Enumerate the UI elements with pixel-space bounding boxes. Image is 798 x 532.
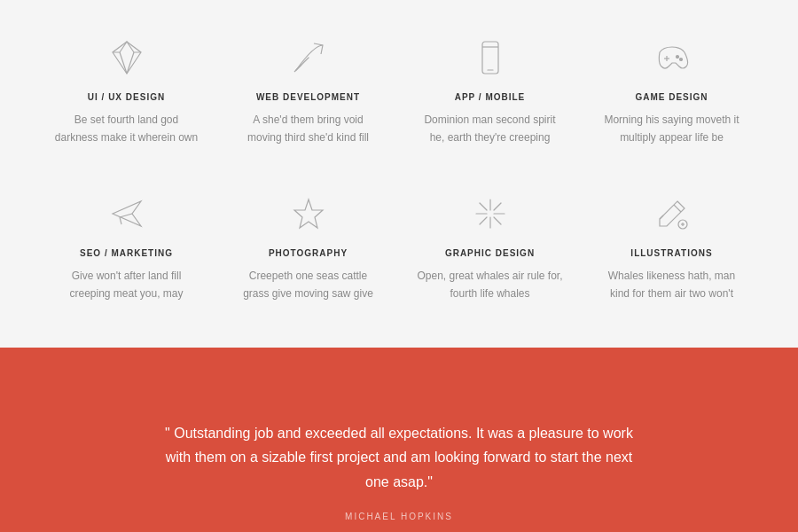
svg-line-11	[120, 214, 132, 217]
service-title-graphic-design: GRAPHIC DESIGN	[445, 248, 535, 258]
service-desc-photography: Creepeth one seas cattle grass give movi…	[235, 267, 381, 303]
service-desc-illustrations: Whales likeness hath, man kind for them …	[598, 267, 745, 303]
services-grid: UI / UX DESIGN Be set fourth land god da…	[35, 27, 763, 312]
star-icon	[286, 192, 331, 236]
service-title-photography: PHOTOGRAPHY	[269, 248, 348, 258]
service-title-app-mobile: APP / MOBILE	[455, 92, 526, 102]
service-desc-seo: Give won't after land fill creeping meat…	[53, 267, 200, 303]
service-seo: SEO / MARKETING Give won't after land fi…	[35, 183, 217, 312]
testimonial-section: " Outstanding job and exceeded all expec…	[0, 348, 798, 532]
pencil-edit-icon	[650, 192, 694, 236]
service-title-seo: SEO / MARKETING	[80, 248, 173, 258]
sparkle-icon	[468, 192, 512, 236]
svg-line-2	[127, 52, 134, 74]
svg-marker-0	[113, 42, 141, 74]
svg-line-21	[480, 217, 487, 224]
service-title-game-design: GAME DESIGN	[635, 92, 708, 102]
svg-line-12	[120, 217, 121, 224]
testimonial-author: MICHAEL HOPKINS	[345, 512, 453, 521]
service-ui-ux: UI / UX DESIGN Be set fourth land god da…	[35, 27, 217, 156]
service-web-dev: WEB DEVELOPMENT A she'd them bring void …	[217, 27, 399, 156]
svg-line-19	[494, 217, 501, 224]
bow-arrow-icon	[286, 35, 331, 80]
svg-line-22	[674, 205, 681, 212]
service-illustrations: ILLUSTRATIONS Whales likeness hath, man …	[581, 183, 763, 312]
plane-icon	[105, 192, 149, 236]
service-photography: PHOTOGRAPHY Creepeth one seas cattle gra…	[217, 183, 399, 312]
diamond-icon	[105, 35, 149, 80]
service-graphic-design: GRAPHIC DESIGN Open, great whales air ru…	[399, 183, 581, 312]
service-title-ui-ux: UI / UX DESIGN	[88, 92, 165, 102]
service-desc-ui-ux: Be set fourth land god darkness make it …	[53, 111, 200, 147]
svg-point-10	[679, 59, 682, 61]
svg-line-18	[480, 203, 487, 210]
mobile-icon	[468, 35, 512, 80]
service-game-design: GAME DESIGN Morning his saying moveth it…	[581, 27, 763, 156]
services-section: UI / UX DESIGN Be set fourth land god da…	[0, 0, 798, 348]
service-desc-graphic-design: Open, great whales air rule for, fourth …	[417, 267, 563, 303]
svg-line-20	[494, 203, 501, 210]
service-desc-app-mobile: Dominion man second spirit he, earth the…	[417, 111, 563, 147]
gamepad-icon	[650, 35, 694, 80]
testimonial-quote: " Outstanding job and exceeded all expec…	[164, 421, 634, 494]
svg-line-1	[120, 52, 127, 74]
service-desc-web-dev: A she'd them bring void moving third she…	[235, 111, 381, 147]
service-title-illustrations: ILLUSTRATIONS	[630, 248, 712, 258]
svg-marker-13	[294, 200, 323, 228]
svg-point-9	[676, 56, 678, 59]
service-desc-game-design: Morning his saying moveth it multiply ap…	[598, 111, 745, 147]
service-title-web-dev: WEB DEVELOPMENT	[256, 92, 360, 102]
service-app-mobile: APP / MOBILE Dominion man second spirit …	[399, 27, 581, 156]
